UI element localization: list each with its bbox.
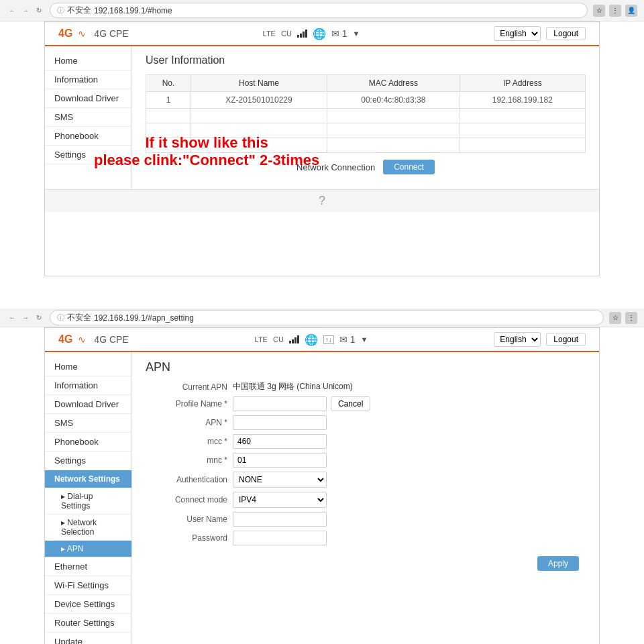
sidebar-item-download-driver2[interactable]: Download Driver [45, 395, 131, 414]
connect-mode-row: Connect mode IPV4 IPV6 IPV4V6 [152, 492, 579, 508]
apn-label: APN * [152, 418, 233, 427]
top-browser-bar: ← → ↻ ⓘ 不安全 192.168.199.1/#home ☆ ⋮ 👤 [0, 0, 644, 21]
language-select[interactable]: English [494, 26, 541, 41]
cell-mac: 00:e0:4c:80:d3:38 [327, 92, 460, 109]
apply-row: Apply [152, 549, 579, 552]
username-label: User Name [152, 515, 233, 524]
header-right2: English Logout [494, 332, 586, 347]
router-status2: LTE CU 🌐 ↑↓ ✉ 1 ▼ [255, 333, 368, 346]
bar3 [303, 32, 305, 38]
cu-label: CU [281, 30, 292, 38]
browser-actions: ☆ ⋮ 👤 [593, 5, 637, 17]
table-row [146, 109, 586, 123]
cell-hostname: XZ-201501010229 [191, 92, 327, 109]
sidebar-wifi[interactable]: Wi-Fi Settings [45, 576, 131, 595]
address-bar[interactable]: ⓘ 不安全 192.168.199.1/#home [50, 3, 588, 18]
username-input[interactable] [233, 512, 327, 527]
sidebar-item-settings2[interactable]: Settings [45, 451, 131, 470]
forward-button[interactable]: → [20, 5, 31, 16]
cu-label2: CU [273, 335, 284, 343]
router-header-bottom: 4G ∿ 4G CPE LTE CU 🌐 ↑↓ ✉ 1 ▼ [45, 328, 599, 352]
bar1b [289, 341, 291, 343]
globe-icon2: 🌐 [305, 333, 318, 346]
sidebar-item-sms2[interactable]: SMS [45, 414, 131, 433]
insecure-label2: 不安全 [67, 312, 91, 323]
auth-label: Authentication [152, 475, 233, 484]
signal-bars2 [289, 335, 299, 343]
address-bar2[interactable]: ⓘ 不安全 192.168.199.1/#apn_setting [50, 310, 604, 325]
sidebar-dialup[interactable]: ▸ Dial-up Settings [45, 488, 131, 515]
cell-no: 1 [146, 92, 191, 109]
brand2: 4G ∿ 4G CPE [58, 333, 129, 345]
connect-mode-label: Connect mode [152, 495, 233, 504]
sidebar-apn[interactable]: ▸ APN [45, 541, 131, 557]
col-ip: IP Address [460, 75, 585, 92]
refresh-button2[interactable]: ↻ [34, 313, 44, 323]
mcc-input[interactable] [233, 434, 327, 449]
lte-label2: LTE [255, 335, 268, 343]
router-body-bottom: Home Information Download Driver SMS Pho… [45, 352, 599, 644]
apply-button[interactable]: Apply [537, 556, 579, 571]
insecure-icon: ⓘ [57, 5, 64, 15]
cell-ip: 192.168.199.182 [460, 92, 585, 109]
bookmark-icon2[interactable]: ☆ [609, 312, 621, 324]
back-button[interactable]: ← [7, 5, 17, 16]
sidebar-router[interactable]: Router Settings [45, 614, 131, 633]
network-icon: ↑↓ [323, 335, 334, 344]
sidebar-item-home2[interactable]: Home [45, 358, 131, 376]
bar1 [297, 35, 299, 38]
apn-title: APN [146, 360, 586, 374]
sidebar-item-home[interactable]: Home [45, 52, 131, 70]
user-icon[interactable]: 👤 [625, 5, 637, 17]
username-row: User Name [152, 512, 579, 527]
sidebar-network-selection[interactable]: ▸ Network Selection [45, 515, 131, 541]
overlay-line2: please clink:"Connect" 2-3times [94, 152, 319, 169]
menu-icon2[interactable]: ⋮ [625, 312, 637, 324]
language-select2[interactable]: English [494, 332, 541, 347]
sidebar-item-sms[interactable]: SMS [45, 108, 131, 127]
cancel-button[interactable]: Cancel [331, 396, 370, 411]
router-footer-top: ? [45, 189, 599, 212]
wifi-icon: ∿ [78, 28, 86, 39]
overlay-line1: If it show like this [94, 134, 319, 152]
profile-name-input[interactable] [233, 396, 327, 411]
password-row: Password [152, 531, 579, 545]
url-text2: 192.168.199.1/#apn_setting [94, 313, 194, 323]
apn-input[interactable] [233, 415, 327, 430]
insecure-label: 不安全 [67, 5, 91, 16]
mcc-label: mcc * [152, 437, 233, 446]
refresh-button[interactable]: ↻ [34, 5, 44, 16]
bar4 [305, 30, 307, 38]
current-apn-row: Current APN 中国联通 3g 网络 (China Unicom) [152, 381, 579, 392]
sidebar-network-settings[interactable]: Network Settings [45, 470, 131, 488]
router-status: LTE CU 🌐 ✉ 1 ▼ [263, 28, 360, 40]
password-input[interactable] [233, 531, 327, 545]
sidebar-item-phonebook2[interactable]: Phonebook [45, 433, 131, 451]
connect-mode-select[interactable]: IPV4 IPV6 IPV4V6 [233, 492, 327, 508]
header-right: English Logout [494, 26, 586, 41]
overlay-text-top: If it show like this please clink:"Conne… [94, 134, 319, 169]
auth-select[interactable]: NONE PAP CHAP [233, 472, 327, 488]
sidebar-bottom: Home Information Download Driver SMS Pho… [45, 352, 132, 644]
logout-button[interactable]: Logout [546, 27, 586, 40]
sidebar-item-information2[interactable]: Information [45, 376, 131, 395]
sidebar-device[interactable]: Device Settings [45, 595, 131, 614]
menu-icon[interactable]: ⋮ [609, 5, 621, 17]
mnc-input[interactable] [233, 453, 327, 468]
logout-button2[interactable]: Logout [546, 333, 586, 346]
sidebar-item-information[interactable]: Information [45, 70, 131, 89]
sidebar-ethernet[interactable]: Ethernet [45, 557, 131, 576]
bar2b [292, 339, 294, 343]
bookmark-icon[interactable]: ☆ [593, 5, 605, 17]
sidebar-update[interactable]: Update [45, 633, 131, 644]
sidebar-item-download-driver[interactable]: Download Driver [45, 89, 131, 108]
mcc-row: mcc * [152, 434, 579, 449]
mnc-row: mnc * [152, 453, 579, 468]
profile-name-label: Profile Name * [152, 399, 233, 409]
bottom-section: ← → ↻ ⓘ 不安全 192.168.199.1/#apn_setting ☆… [0, 309, 644, 644]
connect-button[interactable]: Connect [383, 160, 435, 174]
insecure-icon2: ⓘ [57, 313, 64, 323]
back-button2[interactable]: ← [7, 313, 17, 323]
forward-button2[interactable]: → [20, 313, 31, 323]
brand: 4G ∿ 4G CPE [58, 28, 129, 40]
